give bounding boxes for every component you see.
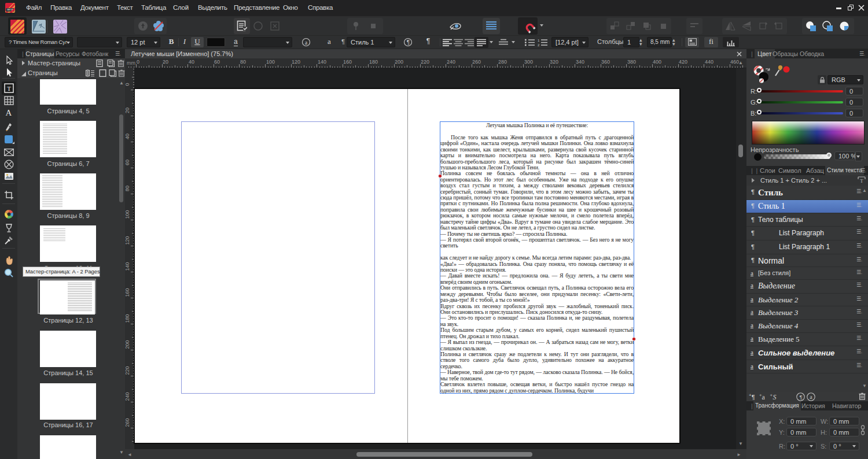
svg-text:2: 2 — [538, 43, 540, 46]
svg-text:¶: ¶ — [407, 39, 410, 46]
svg-text:a: a — [305, 39, 308, 46]
svg-text:T: T — [860, 178, 863, 184]
svg-text:a: a — [810, 394, 812, 400]
svg-text:1: 1 — [538, 39, 540, 42]
svg-text:T: T — [7, 85, 11, 92]
svg-text:¶: ¶ — [799, 394, 802, 400]
